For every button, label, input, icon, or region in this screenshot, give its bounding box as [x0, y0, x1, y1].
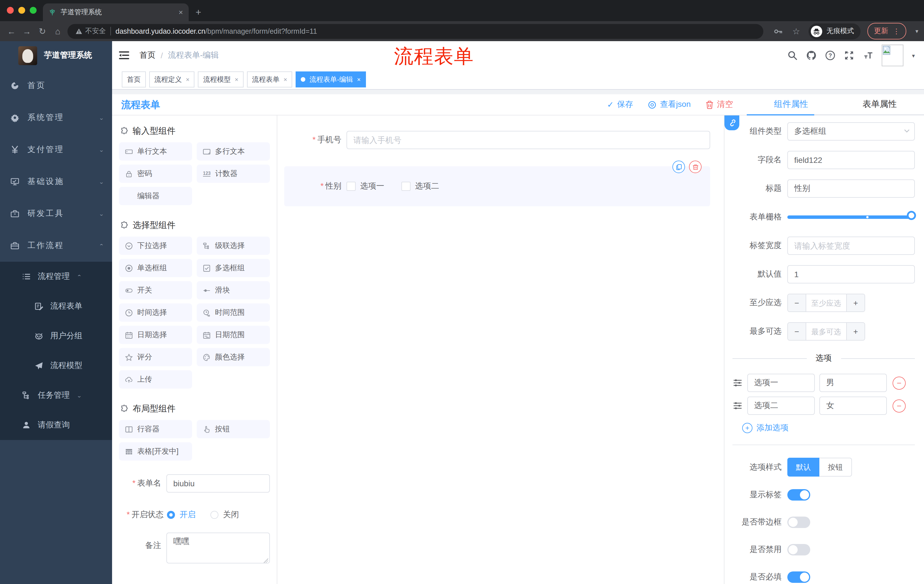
component-chip-upload[interactable]: 上传: [119, 370, 192, 388]
increase-button[interactable]: +: [846, 294, 865, 311]
form-remark-textarea[interactable]: 嘿嘿: [167, 533, 270, 563]
key-icon[interactable]: [773, 26, 784, 36]
component-chip-counter[interactable]: 123 计数器: [197, 165, 270, 183]
tab-close-icon[interactable]: ×: [179, 8, 183, 16]
component-chip-multi-text[interactable]: 多行文本: [197, 142, 270, 161]
font-size-icon[interactable]: [863, 50, 873, 61]
component-chip-cascader[interactable]: 级联选择: [197, 237, 270, 255]
bookmark-star-icon[interactable]: ☆: [790, 26, 802, 36]
slider-handle[interactable]: [907, 211, 916, 220]
form-canvas[interactable]: *手机号 *性别: [277, 115, 724, 584]
has-border-toggle[interactable]: [787, 517, 810, 528]
show-label-toggle[interactable]: [787, 489, 810, 500]
tag-process-definition[interactable]: 流程定义 ×: [149, 71, 195, 87]
option-label-input[interactable]: [747, 396, 815, 415]
security-warning[interactable]: 不安全: [76, 26, 106, 36]
forward-icon[interactable]: →: [21, 26, 33, 36]
save-button[interactable]: ✓ 保存: [607, 99, 633, 110]
component-chip-select[interactable]: 下拉选择: [119, 237, 192, 255]
sidebar-item-process-model[interactable]: 流程模型: [0, 351, 112, 380]
sidebar-item-process-mgmt[interactable]: 流程管理 ⌃: [0, 262, 112, 291]
component-chip-table[interactable]: 表格[开发中]: [119, 442, 192, 461]
default-value-input[interactable]: [787, 265, 915, 283]
sidebar-item-payment[interactable]: 支付管理 ⌄: [0, 134, 112, 166]
add-option-button[interactable]: + 添加选项: [742, 423, 915, 433]
phone-input[interactable]: [346, 131, 710, 149]
drag-handle-icon[interactable]: [733, 401, 743, 411]
canvas-field-phone[interactable]: *手机号: [284, 123, 710, 157]
zoom-window-button[interactable]: [30, 7, 36, 14]
sidebar-logo[interactable]: 芋道管理系统: [0, 41, 112, 70]
label-width-input[interactable]: [787, 237, 915, 255]
sidebar-item-infra[interactable]: 基础设施 ⌄: [0, 166, 112, 198]
component-chip-radio-group[interactable]: 单选框组: [119, 259, 192, 277]
status-on-label[interactable]: 开启: [180, 510, 196, 520]
component-chip-switch[interactable]: 开关: [119, 281, 192, 299]
decrease-button[interactable]: −: [788, 323, 806, 340]
sidebar-item-workflow[interactable]: 工作流程 ⌃: [0, 230, 112, 262]
component-chip-row-container[interactable]: 行容器: [119, 420, 192, 438]
sidebar-collapse-icon[interactable]: [119, 51, 129, 60]
sidebar-item-process-form[interactable]: 流程表单: [0, 291, 112, 321]
option-value-input[interactable]: [819, 396, 887, 415]
status-on-radio[interactable]: [167, 511, 175, 519]
status-off-radio[interactable]: [210, 511, 218, 519]
canvas-field-gender[interactable]: *性别 选项一 选项二: [284, 166, 710, 206]
gender-option2-checkbox[interactable]: [401, 182, 411, 191]
component-chip-time-range[interactable]: 时间范围: [197, 303, 270, 322]
resize-grip-icon[interactable]: [264, 558, 268, 563]
component-chip-date-range[interactable]: 日期范围: [197, 326, 270, 344]
tag-home[interactable]: 首页: [122, 71, 146, 87]
sidebar-item-devtools[interactable]: 研发工具 ⌄: [0, 198, 112, 230]
component-chip-rate[interactable]: 评分: [119, 348, 192, 366]
tag-close-icon[interactable]: ×: [186, 76, 190, 83]
avatar[interactable]: [882, 44, 903, 66]
back-icon[interactable]: ←: [6, 26, 17, 36]
home-icon[interactable]: ⌂: [52, 26, 63, 36]
required-toggle[interactable]: [787, 571, 810, 583]
min-select-input[interactable]: [806, 294, 846, 311]
component-chip-single-text[interactable]: 单行文本: [119, 142, 192, 161]
reload-icon[interactable]: ↻: [36, 26, 48, 36]
component-chip-button[interactable]: 按钮: [197, 420, 270, 438]
sidebar-item-user-group[interactable]: 用户分组: [0, 321, 112, 351]
component-chip-color[interactable]: 颜色选择: [197, 348, 270, 366]
decrease-button[interactable]: −: [788, 294, 806, 311]
tag-process-form-edit[interactable]: 流程表单-编辑 ×: [296, 71, 366, 87]
browser-tab[interactable]: 芋道管理系统 ×: [43, 3, 189, 21]
remove-option-button[interactable]: −: [893, 376, 906, 390]
tag-close-icon[interactable]: ×: [235, 76, 238, 83]
disabled-toggle[interactable]: [787, 544, 810, 555]
tag-close-icon[interactable]: ×: [357, 76, 361, 83]
close-window-button[interactable]: [7, 7, 14, 14]
copy-field-button[interactable]: [672, 161, 685, 173]
fullscreen-icon[interactable]: [844, 50, 854, 61]
breadcrumb-home[interactable]: 首页: [140, 50, 155, 61]
increase-button[interactable]: +: [846, 323, 865, 340]
sidebar-item-home[interactable]: 首页: [0, 70, 112, 102]
form-name-input[interactable]: [167, 474, 270, 493]
title-input[interactable]: [787, 179, 915, 198]
field-name-input[interactable]: [787, 151, 915, 169]
component-type-select[interactable]: [787, 122, 915, 141]
view-json-button[interactable]: 查看json: [648, 99, 691, 110]
tab-form-props[interactable]: 表单属性: [835, 94, 924, 114]
max-select-input[interactable]: [806, 323, 846, 340]
remove-option-button[interactable]: −: [893, 399, 906, 412]
tag-process-form[interactable]: 流程表单 ×: [247, 71, 292, 87]
github-icon[interactable]: [806, 50, 817, 61]
sidebar-item-leave-query[interactable]: 请假查询: [0, 410, 112, 440]
new-tab-button[interactable]: +: [196, 7, 201, 18]
component-chip-password[interactable]: 密码: [119, 165, 192, 183]
style-button-button[interactable]: 按钮: [819, 458, 852, 477]
link-badge[interactable]: [724, 115, 739, 130]
search-icon[interactable]: [787, 50, 798, 61]
gender-option1-checkbox[interactable]: [346, 182, 356, 191]
status-off-label[interactable]: 关闭: [223, 510, 239, 520]
tag-close-icon[interactable]: ×: [284, 76, 287, 83]
avatar-caret-icon[interactable]: ▾: [912, 52, 915, 59]
drag-handle-icon[interactable]: [733, 378, 743, 388]
component-chip-editor[interactable]: 编辑器: [119, 187, 192, 205]
help-icon[interactable]: ?: [825, 50, 835, 61]
component-chip-checkbox-group[interactable]: 多选框组: [197, 259, 270, 277]
